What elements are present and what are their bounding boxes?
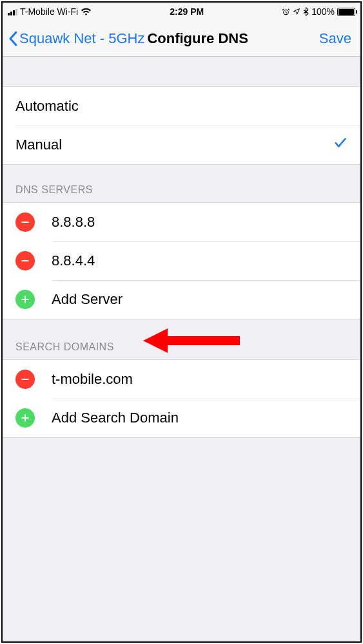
- back-button[interactable]: Squawk Net - 5GHz: [8, 30, 144, 47]
- navigation-bar: Squawk Net - 5GHz Configure DNS Save: [3, 21, 360, 57]
- add-dns-server-row[interactable]: Add Server: [3, 280, 360, 319]
- search-domains-group: t-mobile.com Add Search Domain: [3, 359, 360, 438]
- checkmark-icon: [333, 136, 348, 154]
- mode-manual-label: Manual: [15, 137, 62, 153]
- dns-server-row[interactable]: 8.8.8.8: [3, 203, 360, 242]
- dns-server-value: 8.8.4.4: [52, 252, 95, 269]
- mode-group: Automatic Manual: [3, 86, 360, 165]
- dns-servers-group: 8.8.8.8 8.8.4.4 Add Server: [3, 202, 360, 319]
- back-label: Squawk Net - 5GHz: [19, 30, 144, 47]
- mode-automatic-row[interactable]: Automatic: [3, 87, 360, 126]
- remove-icon[interactable]: [15, 251, 35, 270]
- dns-server-value: 8.8.8.8: [52, 214, 95, 231]
- add-search-domain-row[interactable]: Add Search Domain: [3, 399, 360, 437]
- status-bar: T-Mobile Wi-Fi 2:29 PM 100%: [3, 3, 360, 21]
- wifi-icon: [81, 8, 92, 16]
- search-domain-value: t-mobile.com: [52, 371, 133, 388]
- carrier-label: T-Mobile Wi-Fi: [20, 6, 78, 17]
- search-domain-row[interactable]: t-mobile.com: [3, 360, 360, 399]
- dns-server-row[interactable]: 8.8.4.4: [3, 242, 360, 280]
- add-icon[interactable]: [15, 408, 35, 428]
- add-search-domain-label: Add Search Domain: [52, 410, 179, 426]
- cellular-signal-icon: [8, 8, 17, 15]
- chevron-left-icon: [8, 31, 18, 46]
- location-icon: [293, 8, 300, 15]
- bluetooth-icon: [303, 7, 309, 16]
- add-dns-server-label: Add Server: [52, 291, 123, 308]
- add-icon[interactable]: [15, 290, 35, 309]
- mode-automatic-label: Automatic: [15, 98, 79, 115]
- battery-icon: [337, 8, 355, 16]
- alarm-icon: [282, 8, 290, 16]
- search-domains-header: SEARCH DOMAINS: [3, 319, 360, 359]
- mode-manual-row[interactable]: Manual: [3, 126, 360, 164]
- dns-servers-header: DNS SERVERS: [3, 165, 360, 202]
- clock-label: 2:29 PM: [170, 6, 204, 17]
- page-title: Configure DNS: [147, 30, 248, 47]
- save-button[interactable]: Save: [319, 30, 355, 47]
- remove-icon[interactable]: [15, 213, 35, 232]
- battery-percent: 100%: [311, 6, 335, 17]
- remove-icon[interactable]: [15, 370, 35, 389]
